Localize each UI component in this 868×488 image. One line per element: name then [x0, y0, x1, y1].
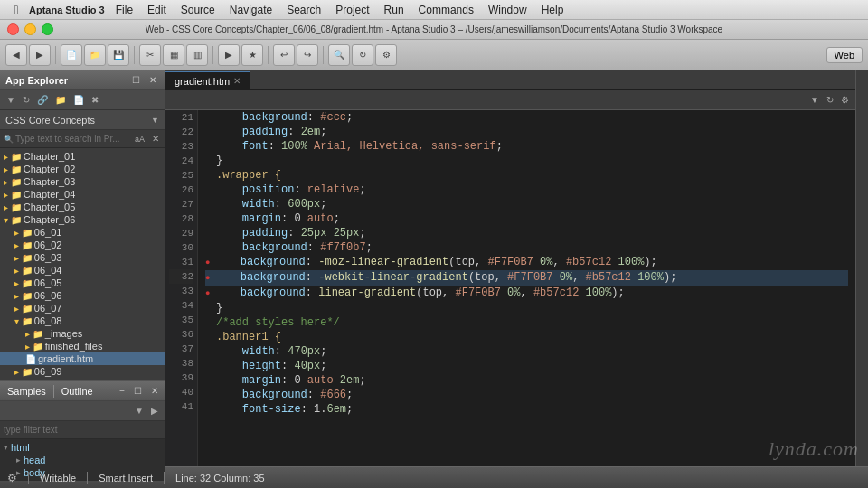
- filter-input[interactable]: [4, 425, 161, 435]
- minimize-button[interactable]: [24, 23, 36, 35]
- menu-project[interactable]: Project: [328, 2, 376, 18]
- refresh-button[interactable]: ↻: [352, 44, 373, 66]
- close-bottom-btn[interactable]: ✕: [148, 385, 161, 397]
- redo-button[interactable]: ↪: [297, 44, 318, 66]
- tree-item-06_08[interactable]: ▾ 📁06_08: [0, 314, 165, 327]
- html-tree-item-head[interactable]: ▸head: [0, 454, 165, 466]
- code-line[interactable]: ● background: -moz-linear-gradient(top, …: [205, 255, 848, 270]
- run-button[interactable]: ▶: [218, 44, 240, 66]
- link-editor-btn[interactable]: 🔗: [34, 94, 51, 106]
- collapse-all-btn[interactable]: ▼: [4, 94, 18, 106]
- tree-item-_images[interactable]: ▸ 📁_images: [0, 327, 165, 340]
- code-line[interactable]: }: [205, 301, 848, 315]
- refresh-explorer-btn[interactable]: ↻: [20, 94, 33, 106]
- file-tree[interactable]: ▸ 📁Chapter_01▸ 📁Chapter_02▸ 📁Chapter_03▸…: [0, 148, 165, 380]
- code-line[interactable]: height: 40px;: [205, 359, 848, 373]
- code-line[interactable]: ● background: -webkit-linear-gradient(to…: [205, 270, 848, 286]
- tree-item-06_09[interactable]: ▸ 📁06_09: [0, 365, 165, 378]
- new-file-btn[interactable]: 📄: [71, 94, 87, 106]
- paste-button[interactable]: ▥: [186, 44, 208, 66]
- tree-item-Chapter_06[interactable]: ▾ 📁Chapter_06: [0, 213, 165, 226]
- code-line[interactable]: width: 600px;: [205, 197, 848, 211]
- maximize-panel-btn[interactable]: ☐: [129, 74, 143, 86]
- close-button[interactable]: [7, 23, 19, 35]
- menu-edit[interactable]: Edit: [140, 2, 174, 18]
- tree-item-06_03[interactable]: ▸ 📁06_03: [0, 251, 165, 264]
- maximize-button[interactable]: [42, 23, 53, 35]
- expand-tree-btn[interactable]: ▶: [148, 405, 161, 417]
- close-panel-btn[interactable]: ✕: [146, 74, 159, 86]
- code-line[interactable]: position: relative;: [205, 183, 848, 197]
- code-content[interactable]: background: #ccc; padding: 2em; font: 10…: [198, 110, 855, 466]
- tree-item-06_06[interactable]: ▸ 📁06_06: [0, 289, 165, 302]
- code-line[interactable]: margin: 0 auto;: [205, 211, 848, 226]
- editor-toolbar-btn1[interactable]: ▼: [807, 94, 822, 106]
- close-search-btn[interactable]: ✕: [149, 133, 162, 145]
- minimize-panel-btn[interactable]: −: [115, 74, 126, 86]
- right-scrollbar[interactable]: [855, 70, 868, 466]
- code-line[interactable]: font: 100% Arial, Helvetica, sans-serif;: [205, 139, 848, 154]
- code-line[interactable]: padding: 25px 25px;: [205, 226, 848, 240]
- code-line[interactable]: ● background: linear-gradient(top, #F7F0…: [205, 286, 848, 301]
- samples-tab[interactable]: Samples: [4, 386, 50, 397]
- web-button[interactable]: Web: [826, 47, 863, 63]
- code-line[interactable]: font-size: 1.6em;: [205, 402, 848, 417]
- menu-run[interactable]: Run: [377, 2, 411, 18]
- apple-menu[interactable]: : [7, 3, 25, 17]
- tree-item-Chapter_01[interactable]: ▸ 📁Chapter_01: [0, 150, 165, 163]
- code-line[interactable]: background: #666;: [205, 388, 848, 402]
- code-line[interactable]: margin: 0 auto 2em;: [205, 373, 848, 388]
- undo-button[interactable]: ↩: [273, 44, 295, 66]
- settings-button[interactable]: ⚙: [375, 44, 397, 66]
- delete-btn[interactable]: ✖: [89, 94, 101, 106]
- code-line[interactable]: }: [205, 154, 848, 168]
- tree-item-06_04[interactable]: ▸ 📁06_04: [0, 264, 165, 277]
- code-line[interactable]: background: #f7f0b7;: [205, 240, 848, 255]
- code-line[interactable]: padding: 2em;: [205, 125, 848, 139]
- explorer-search-input[interactable]: [15, 134, 130, 144]
- tree-item-Chapter_02[interactable]: ▸ 📁Chapter_02: [0, 163, 165, 175]
- editor-toolbar-btn3[interactable]: ⚙: [838, 94, 852, 106]
- status-settings-icon[interactable]: ⚙: [7, 472, 17, 484]
- tree-item-Chapter_04[interactable]: ▸ 📁Chapter_04: [0, 188, 165, 201]
- menu-help[interactable]: Help: [534, 2, 571, 18]
- debug-button[interactable]: ★: [241, 44, 263, 66]
- minimize-bottom-btn[interactable]: −: [117, 385, 127, 397]
- outline-tab[interactable]: Outline: [58, 386, 97, 397]
- search-button[interactable]: 🔍: [328, 44, 350, 66]
- code-line[interactable]: .banner1 {: [205, 330, 848, 344]
- back-button[interactable]: ◀: [5, 44, 27, 66]
- menu-source[interactable]: Source: [174, 2, 222, 18]
- menu-window[interactable]: Window: [481, 2, 534, 18]
- tree-item-06_01[interactable]: ▸ 📁06_01: [0, 226, 165, 239]
- code-line[interactable]: .wrapper {: [205, 168, 848, 183]
- collapse-tree-btn[interactable]: ▼: [132, 405, 146, 417]
- forward-button[interactable]: ▶: [29, 44, 51, 66]
- code-line[interactable]: width: 470px;: [205, 344, 848, 359]
- editor-toolbar-btn2[interactable]: ↻: [824, 94, 836, 106]
- tree-item-Chapter_03[interactable]: ▸ 📁Chapter_03: [0, 175, 165, 188]
- code-line[interactable]: background: #ccc;: [205, 110, 848, 125]
- gradient-htm-tab[interactable]: gradient.htm ✕: [165, 71, 250, 89]
- menu-commands[interactable]: Commands: [411, 2, 481, 18]
- css-concepts-dropdown[interactable]: CSS Core Concepts ▼: [0, 110, 165, 130]
- tree-item-Chapter_05[interactable]: ▸ 📁Chapter_05: [0, 201, 165, 213]
- cut-button[interactable]: ✂: [139, 44, 161, 66]
- menu-search[interactable]: Search: [279, 2, 328, 18]
- open-button[interactable]: 📁: [84, 44, 106, 66]
- copy-button[interactable]: ▦: [163, 44, 184, 66]
- html-tree-item-html[interactable]: ▾html: [0, 441, 165, 454]
- tree-item-06_02[interactable]: ▸ 📁06_02: [0, 239, 165, 251]
- close-tab-icon[interactable]: ✕: [233, 76, 241, 86]
- tree-item-gradient-htm[interactable]: 📄gradient.htm: [0, 352, 165, 365]
- new-folder-btn[interactable]: 📁: [52, 94, 69, 106]
- maximize-bottom-btn[interactable]: ☐: [131, 385, 145, 397]
- code-line[interactable]: /*add styles here*/: [205, 315, 848, 330]
- menu-navigate[interactable]: Navigate: [222, 2, 279, 18]
- save-button[interactable]: 💾: [108, 44, 129, 66]
- font-size-btn[interactable]: aA: [132, 134, 147, 145]
- tree-item-finished_files[interactable]: ▸ 📁finished_files: [0, 340, 165, 352]
- tree-item-06_05[interactable]: ▸ 📁06_05: [0, 277, 165, 289]
- menu-file[interactable]: File: [108, 2, 140, 18]
- new-button[interactable]: 📄: [61, 44, 82, 66]
